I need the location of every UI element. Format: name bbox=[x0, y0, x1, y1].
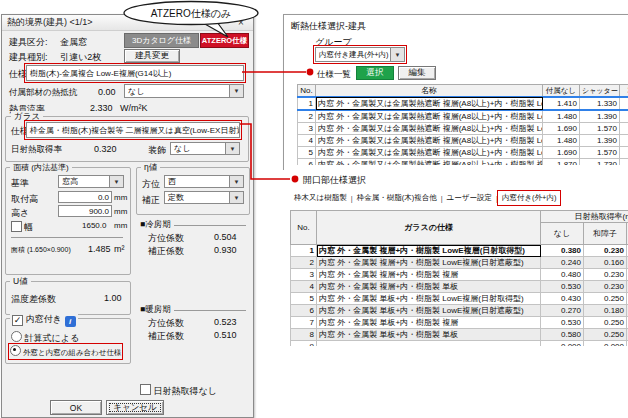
row-washoji[interactable] bbox=[620, 110, 628, 123]
row-no[interactable]: 2 bbox=[298, 110, 316, 123]
atzero-spec-button[interactable]: ATZERO仕様 bbox=[200, 33, 249, 48]
direction-select[interactable]: 西 ▼ bbox=[164, 175, 244, 188]
row-glass-spec[interactable]: 内窓 外・金属製 複層+内・樹脂製 LowE複層(日射遮蔽型) bbox=[317, 257, 541, 269]
row-no[interactable]: 1 bbox=[298, 97, 316, 110]
radio-icon[interactable] bbox=[11, 331, 22, 342]
tategu-change-button[interactable]: 建具変更 bbox=[124, 49, 180, 63]
basis-select[interactable]: 窓高 ▼ bbox=[58, 175, 124, 188]
checkbox-checked-icon[interactable]: ✓ bbox=[12, 315, 23, 326]
spec-row[interactable]: 2内窓 外・金属製又は金属製熱遮断 複層(A8以上)+内・樹脂製 Low-E複層… bbox=[298, 110, 628, 123]
row-eta-nashi[interactable]: 0.480 bbox=[541, 269, 584, 281]
row-eta-washoji[interactable]: 0.160 bbox=[584, 257, 627, 269]
row-no[interactable]: 8 bbox=[291, 329, 317, 341]
row-fuzoku-nashi[interactable]: 1.410 bbox=[543, 97, 580, 110]
row-name[interactable]: 内窓 外・金属製又は金属製熱遮断 複層(A8以上)+内・樹脂製 Low-E複層( bbox=[316, 147, 543, 159]
chevron-down-icon[interactable]: ▼ bbox=[109, 176, 123, 187]
glass-row[interactable]: 90.0000.000 bbox=[291, 341, 628, 347]
radio-formula[interactable]: 計算式による bbox=[11, 331, 79, 345]
glass-row[interactable]: 5内窓 外・金属製 単板+内・樹脂製 LowE複層(日射取得型)0.4300.2… bbox=[291, 293, 628, 305]
row-name[interactable]: 内窓 外・金属製又は金属製熱遮断 複層(A8以上)+内・樹脂製 Low-E複層( bbox=[316, 97, 543, 110]
row-glass-spec[interactable]: 内窓 外・金属製 複層+内・樹脂製 複層 bbox=[317, 269, 541, 281]
row-glass-spec[interactable]: 内窓 外・金属製 複層+内・樹脂製 LowE複層(日射取得型) bbox=[317, 245, 541, 257]
row-eta-nashi[interactable]: 0.270 bbox=[541, 305, 584, 317]
row-glass-spec[interactable]: 内窓 外・金属製 単板+内・樹脂製 複層 bbox=[317, 317, 541, 329]
col-shutter[interactable]: シャッター bbox=[580, 85, 620, 98]
row-fuzoku-nashi[interactable]: 1.690 bbox=[543, 123, 580, 135]
glass-row[interactable]: 2内窓 外・金属製 複層+内・樹脂製 LowE複層(日射遮蔽型)0.2400.1… bbox=[291, 257, 628, 269]
chevron-down-icon[interactable]: ▼ bbox=[229, 85, 243, 97]
row-eta-nashi[interactable]: 0.000 bbox=[541, 341, 584, 347]
row-no[interactable]: 7 bbox=[291, 317, 317, 329]
row-eta-washoji[interactable]: 0.180 bbox=[584, 305, 627, 317]
col-fuzoku-nashi[interactable]: 付属なし bbox=[543, 85, 580, 98]
row-glass-spec[interactable]: 内窓 外・金属製 単板+内・樹脂製 LowE複層(日射取得型) bbox=[317, 293, 541, 305]
row-name[interactable]: 内窓 外・金属製又は金属製熱遮断 複層(A8以上)+内・樹脂製 Low-E複層( bbox=[316, 110, 543, 123]
group-select[interactable]: 内窓付き建具(外+内) ▼ bbox=[315, 47, 405, 62]
chevron-down-icon[interactable]: ▼ bbox=[225, 143, 239, 154]
no-solar-gain-checkbox[interactable]: 日射熱取得なし bbox=[140, 384, 217, 398]
checkbox-icon[interactable] bbox=[11, 221, 22, 232]
spec-row[interactable]: 1内窓 外・金属製又は金属製熱遮断 複層(A8以上)+内・樹脂製 Low-E複層… bbox=[298, 97, 628, 110]
spec-row[interactable]: 5内窓 外・金属製又は金属製熱遮断 複層(A8以上)+内・樹脂製 Low-E複層… bbox=[298, 147, 628, 159]
spec-field[interactable]: 樹脂(木)-金属複合 Low-E複層(G14以上) bbox=[26, 65, 244, 81]
row-eta-washoji[interactable]: 0.230 bbox=[584, 281, 627, 293]
row-washoji[interactable] bbox=[620, 135, 628, 147]
tab-2[interactable]: 枠金属・樹脂(木)複合他 bbox=[354, 192, 440, 204]
mount-height-input[interactable]: 0.0 bbox=[58, 191, 112, 203]
row-washoji[interactable] bbox=[620, 123, 628, 135]
dialog-titlebar[interactable]: 熱的境界(建具) <1/1> × bbox=[2, 15, 253, 31]
row-fuzoku-nashi[interactable]: 1.870 bbox=[543, 159, 580, 166]
row-no[interactable]: 6 bbox=[291, 305, 317, 317]
inner-window-checkbox[interactable]: ✓ 内窓付きi bbox=[10, 313, 78, 327]
row-glass-spec[interactable]: 内窓 外・金属製 複層+内・樹脂製 単板 bbox=[317, 281, 541, 293]
row-no[interactable]: 6 bbox=[298, 159, 316, 166]
info-icon[interactable]: i bbox=[65, 316, 76, 327]
row-eta-nashi[interactable]: 0.530 bbox=[541, 317, 584, 329]
row-eta-nashi[interactable]: 0.240 bbox=[541, 257, 584, 269]
row-shutter[interactable]: 1.570 bbox=[580, 147, 620, 159]
row-no[interactable]: 4 bbox=[291, 281, 317, 293]
spec-row[interactable]: 6内窓 外・金属製又は金属製熱遮断 複層(A8以上)+内・樹脂製 複層(A13未… bbox=[298, 159, 628, 166]
row-no[interactable]: 2 bbox=[291, 257, 317, 269]
row-shutter[interactable]: 1.730 bbox=[580, 159, 620, 166]
tab-1[interactable]: 枠木又は樹脂製 bbox=[291, 192, 350, 204]
decoration-select[interactable]: なし ▼ bbox=[170, 142, 240, 155]
chevron-down-icon[interactable]: ▼ bbox=[390, 48, 404, 61]
glass-row[interactable]: 3内窓 外・金属製 複層+内・樹脂製 複層0.4800.230 bbox=[291, 269, 628, 281]
col-name[interactable]: 名称 bbox=[316, 85, 543, 98]
catalog-3d-button[interactable]: 3Dカタログ仕様 bbox=[124, 33, 199, 48]
cancel-button[interactable]: キャンセル bbox=[106, 400, 164, 415]
row-fuzoku-nashi[interactable]: 1.690 bbox=[543, 147, 580, 159]
row-eta-nashi[interactable]: 0.380 bbox=[541, 245, 584, 257]
row-fuzoku-nashi[interactable]: 1.480 bbox=[543, 110, 580, 123]
spec-row[interactable]: 4内窓 外・金属製又は金属製熱遮断 複層(A8以上)+内・樹脂製 Low-E複層… bbox=[298, 135, 628, 147]
col-no[interactable]: No. bbox=[298, 85, 316, 98]
glass-row[interactable]: 6内窓 外・金属製 単板+内・樹脂製 LowE複層(日射遮蔽型)0.2700.1… bbox=[291, 305, 628, 317]
row-shutter[interactable]: 1.570 bbox=[580, 123, 620, 135]
row-eta-nashi[interactable]: 0.580 bbox=[541, 329, 584, 341]
row-eta-washoji[interactable]: 0.250 bbox=[584, 317, 627, 329]
row-eta-washoji[interactable]: 0.250 bbox=[584, 329, 627, 341]
row-fuzoku-nashi[interactable]: 1.480 bbox=[543, 135, 580, 147]
accessory-select[interactable]: なし ▼ bbox=[124, 84, 244, 98]
row-name[interactable]: 内窓 外・金属製又は金属製熱遮断 複層(A8以上)+内・樹脂製 Low-E複層( bbox=[316, 135, 543, 147]
row-washoji[interactable] bbox=[620, 159, 628, 166]
glass-spec-field[interactable]: 枠金属・樹脂(木)複合製等 二層複層又は真空(Low-EX日射遮蔽型) bbox=[26, 122, 240, 138]
chevron-down-icon[interactable]: ▼ bbox=[229, 192, 243, 203]
row-shutter[interactable]: 1.390 bbox=[580, 110, 620, 123]
radio-selected-icon[interactable] bbox=[10, 345, 21, 356]
width-checkbox[interactable] bbox=[11, 221, 22, 233]
row-eta-nashi[interactable]: 0.530 bbox=[541, 281, 584, 293]
glass-row[interactable]: 4内窓 外・金属製 複層+内・樹脂製 単板0.5300.230 bbox=[291, 281, 628, 293]
close-icon[interactable]: × bbox=[234, 17, 248, 29]
row-no[interactable]: 5 bbox=[291, 293, 317, 305]
spec-row[interactable]: 3内窓 外・金属製又は金属製熱遮断 複層(A8以上)+内・樹脂製 Low-E複層… bbox=[298, 123, 628, 135]
col-washoji[interactable]: 和障子 bbox=[620, 85, 628, 98]
row-washoji[interactable] bbox=[620, 147, 628, 159]
glass-row[interactable]: 8内窓 外・金属製 単板+内・樹脂製 単板0.5800.250 bbox=[291, 329, 628, 341]
row-name[interactable]: 内窓 外・金属製又は金属製熱遮断 複層(A8以上)+内・樹脂製 Low-E複層( bbox=[316, 123, 543, 135]
row-no[interactable]: 3 bbox=[291, 269, 317, 281]
checkbox-icon[interactable] bbox=[140, 384, 151, 395]
row-no[interactable]: 9 bbox=[291, 341, 317, 347]
row-eta-nashi[interactable]: 0.430 bbox=[541, 293, 584, 305]
